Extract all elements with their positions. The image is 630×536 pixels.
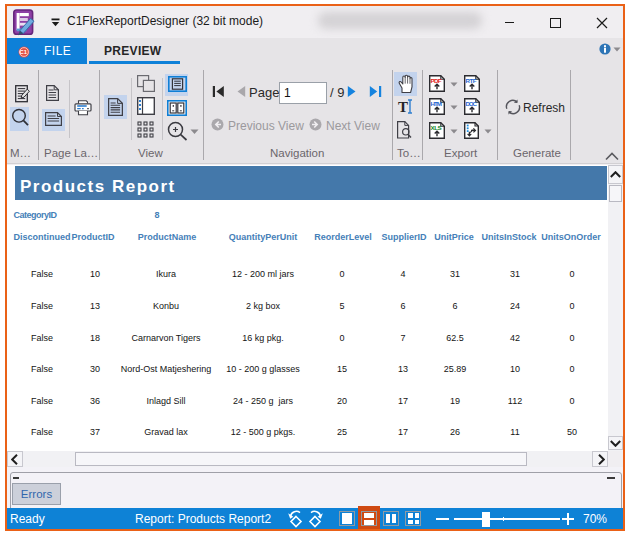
svg-text:RTF: RTF (466, 77, 477, 84)
svg-text:C1: C1 (20, 49, 28, 55)
svg-text:DOC: DOC (465, 100, 477, 107)
svg-text:XLS: XLS (431, 124, 442, 131)
svg-text:HTM: HTM (430, 100, 442, 107)
svg-text:PDF: PDF (431, 77, 442, 84)
